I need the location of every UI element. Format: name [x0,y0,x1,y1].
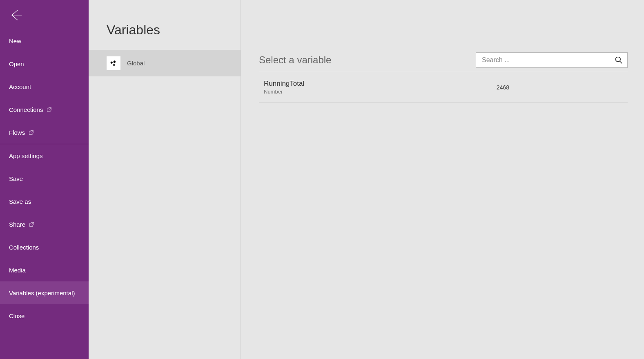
nav-item-label: Account [9,83,31,90]
nav-item-new[interactable]: New [0,29,89,52]
scope-item-label: Global [127,60,145,67]
nav-item-variables-experimental[interactable]: Variables (experimental) [0,281,89,304]
search-box[interactable] [476,52,628,68]
nav-item-account[interactable]: Account [0,75,89,98]
external-link-icon [29,221,34,227]
nav-item-collections[interactable]: Collections [0,236,89,259]
nav-item-open[interactable]: Open [0,52,89,75]
nav-item-label: Share [9,221,25,228]
file-menu-sidebar: NewOpenAccountConnectionsFlows App setti… [0,0,89,359]
nav-item-close[interactable]: Close [0,304,89,327]
back-button[interactable] [6,6,26,26]
variable-value: 2468 [497,84,624,91]
search-input[interactable] [482,56,613,64]
nav-item-label: Collections [9,244,39,251]
back-arrow-icon [9,9,22,23]
nav-item-flows[interactable]: Flows [0,121,89,144]
nav-section-top: NewOpenAccountConnectionsFlows [0,29,89,144]
external-link-icon [28,129,34,135]
nav-item-label: New [9,38,21,45]
svg-point-3 [616,57,621,62]
nav-item-label: Connections [9,106,43,113]
external-link-icon [46,107,52,112]
scope-column: Variables Global [89,0,241,359]
nav-item-label: Media [9,267,26,274]
detail-header: Select a variable [259,0,628,72]
nav-item-label: Open [9,60,24,67]
nav-section-bottom: App settingsSaveSave asShareCollectionsM… [0,144,89,327]
nav-item-label: Variables (experimental) [9,290,75,297]
nav-item-connections[interactable]: Connections [0,98,89,121]
nav-item-label: Save as [9,198,31,205]
svg-rect-2 [113,64,115,66]
variable-row[interactable]: RunningTotalNumber2468 [259,72,628,103]
variable-info: RunningTotalNumber [264,80,304,95]
svg-rect-0 [113,60,116,63]
detail-column: Select a variable RunningTotalNumber2468 [241,0,644,359]
search-icon [613,55,624,65]
nav-item-label: Save [9,175,23,182]
nav-item-label: App settings [9,152,43,159]
variable-type: Number [264,89,304,95]
nav-item-media[interactable]: Media [0,259,89,281]
detail-title: Select a variable [259,54,331,66]
nav-item-label: Flows [9,129,25,136]
scope-item-global[interactable]: Global [89,50,241,76]
svg-line-4 [620,61,622,64]
svg-rect-1 [110,61,113,64]
global-scope-icon [107,56,120,70]
nav-item-share[interactable]: Share [0,213,89,236]
nav-item-label: Close [9,312,25,319]
nav-item-app-settings[interactable]: App settings [0,144,89,167]
variable-name: RunningTotal [264,80,304,88]
nav-item-save-as[interactable]: Save as [0,190,89,213]
scope-title: Variables [89,0,241,50]
nav-item-save[interactable]: Save [0,167,89,190]
